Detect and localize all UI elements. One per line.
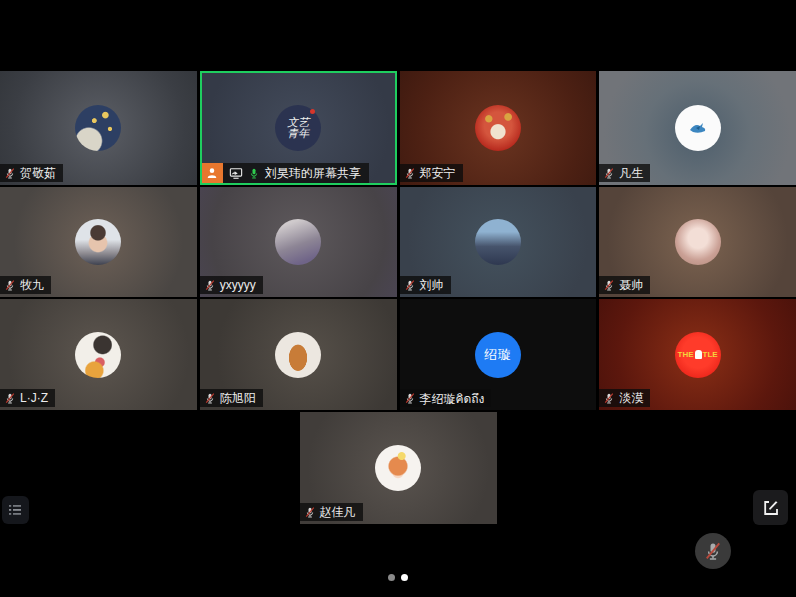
avatar: 绍璇	[475, 332, 521, 378]
avatar-figure	[695, 350, 702, 359]
mic-muted-icon	[603, 167, 615, 180]
participant-name: yxyyyy	[220, 278, 256, 292]
participant-label: 凡生	[599, 164, 650, 182]
avatar	[275, 219, 321, 265]
avatar-text: TLE	[703, 350, 718, 359]
gallery-row-1: 贺敬茹 文艺 青年 刘昊玮的屏幕共享	[0, 71, 796, 185]
participant-label: yxyyyy	[200, 276, 263, 294]
participant-label: 赵佳凡	[300, 503, 363, 521]
participant-tile[interactable]: 陈旭阳	[200, 299, 397, 410]
avatar	[75, 219, 121, 265]
participant-name: 凡生	[619, 165, 643, 182]
participant-name: 赵佳凡	[320, 504, 356, 521]
mic-muted-icon	[4, 279, 16, 292]
participant-tile[interactable]: 聂帅	[599, 187, 796, 297]
avatar	[675, 105, 721, 151]
participant-label: 陈旭阳	[200, 389, 263, 407]
gallery-row-2: 牧九 yxyyyy 刘帅 聂帅	[0, 187, 796, 297]
participant-tile-screen-share[interactable]: 文艺 青年 刘昊玮的屏幕共享	[200, 71, 397, 185]
avatar	[475, 219, 521, 265]
participant-tile[interactable]: 绍璇 李绍璇คิดถึง	[400, 299, 597, 410]
avatar-text: THE	[678, 350, 694, 359]
avatar	[675, 219, 721, 265]
mic-muted-icon	[603, 279, 615, 292]
avatar-seal-dot	[310, 109, 315, 114]
mic-muted-icon	[204, 279, 216, 292]
annotate-button[interactable]	[753, 490, 788, 525]
mic-muted-icon	[603, 392, 615, 405]
participant-label: 郑安宁	[400, 164, 463, 182]
avatar	[75, 332, 121, 378]
participant-tile[interactable]: 郑安宁	[400, 71, 597, 185]
participant-tile[interactable]: yxyyyy	[200, 187, 397, 297]
participant-tile[interactable]: L·J·Z	[0, 299, 197, 410]
participant-label: L·J·Z	[0, 389, 55, 407]
avatar: THE TLE	[675, 332, 721, 378]
participant-name: 李绍璇คิดถึง	[420, 389, 485, 408]
participant-name: 淡漠	[619, 390, 643, 407]
participant-tile[interactable]: THE TLE 淡漠	[599, 299, 796, 410]
participant-label: 李绍璇คิดถึง	[400, 389, 492, 407]
bird-avatar-icon	[687, 119, 709, 137]
participant-tile[interactable]: 牧九	[0, 187, 197, 297]
mic-toggle-button[interactable]	[695, 533, 731, 569]
participant-name: 刘昊玮的屏幕共享	[265, 165, 361, 182]
pen-annotate-icon	[761, 498, 781, 518]
mic-muted-icon	[204, 392, 216, 405]
participant-label: 刘昊玮的屏幕共享	[202, 163, 369, 183]
pagination-dots	[0, 574, 796, 581]
participant-list-button[interactable]	[2, 496, 29, 524]
list-icon	[7, 502, 24, 518]
mic-muted-icon	[703, 541, 723, 562]
mic-muted-icon	[4, 167, 16, 180]
mic-active-icon	[248, 167, 260, 180]
participant-tile[interactable]: 凡生	[599, 71, 796, 185]
participant-name: 刘帅	[420, 277, 444, 294]
page-dot-1[interactable]	[388, 574, 395, 581]
participant-label: 刘帅	[400, 276, 451, 294]
mic-muted-icon	[404, 279, 416, 292]
avatar	[75, 105, 121, 151]
avatar-text: 青年	[287, 128, 309, 139]
participant-name: 贺敬茹	[20, 165, 56, 182]
mic-muted-icon	[304, 506, 316, 519]
participant-name: 聂帅	[619, 277, 643, 294]
participant-name: 牧九	[20, 277, 44, 294]
participant-label: 淡漠	[599, 389, 650, 407]
participant-label: 贺敬茹	[0, 164, 63, 182]
meeting-gallery-view: 贺敬茹 文艺 青年 刘昊玮的屏幕共享	[0, 0, 796, 597]
participant-label: 聂帅	[599, 276, 650, 294]
presenter-badge-icon	[202, 163, 223, 183]
mic-muted-icon	[404, 167, 416, 180]
participant-tile[interactable]: 赵佳凡	[300, 412, 497, 524]
participant-tile[interactable]: 贺敬茹	[0, 71, 197, 185]
screen-share-icon	[229, 167, 243, 180]
gallery-row-3: L·J·Z 陈旭阳 绍璇 李绍璇คิดถึง THE TLE	[0, 299, 796, 410]
participant-name: 郑安宁	[420, 165, 456, 182]
mic-muted-icon	[404, 392, 416, 405]
avatar	[275, 332, 321, 378]
mic-muted-icon	[4, 392, 16, 405]
participant-name: 陈旭阳	[220, 390, 256, 407]
avatar-text: 绍璇	[484, 346, 512, 364]
avatar: 文艺 青年	[275, 105, 321, 151]
participant-label: 牧九	[0, 276, 51, 294]
participant-name: L·J·Z	[20, 391, 48, 405]
gallery-row-4: 赵佳凡	[0, 412, 796, 524]
participant-tile[interactable]: 刘帅	[400, 187, 597, 297]
page-dot-2[interactable]	[401, 574, 408, 581]
avatar	[475, 105, 521, 151]
avatar	[375, 445, 421, 491]
